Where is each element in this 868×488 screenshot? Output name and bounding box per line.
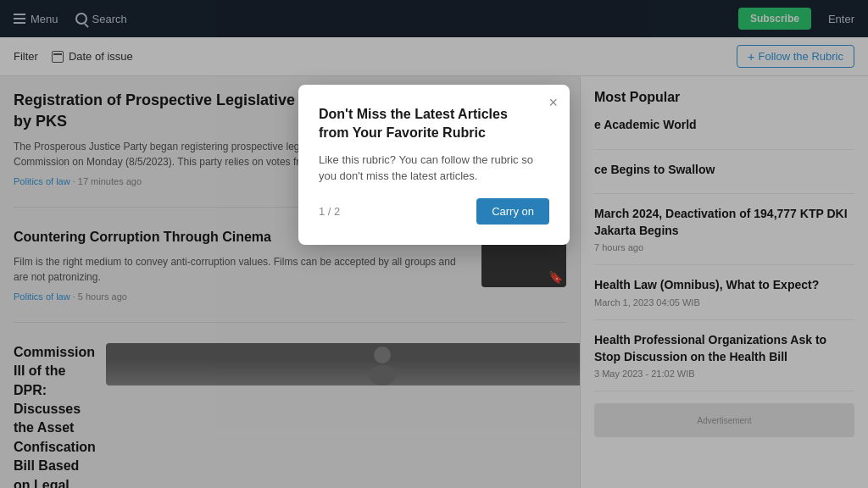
popup-title: Don't Miss the Latest Articles from Your… <box>319 105 549 143</box>
popup-close-button[interactable]: × <box>548 95 558 110</box>
popup-pager: 1 / 2 <box>319 205 340 218</box>
modal-overlay: × Don't Miss the Latest Articles from Yo… <box>0 0 868 488</box>
popup-footer: 1 / 2 Carry on <box>319 198 549 225</box>
follow-rubric-popup: × Don't Miss the Latest Articles from Yo… <box>298 85 570 245</box>
popup-desc: Like this rubric? You can follow the rub… <box>319 152 549 185</box>
popup-cta-button[interactable]: Carry on <box>476 198 549 225</box>
